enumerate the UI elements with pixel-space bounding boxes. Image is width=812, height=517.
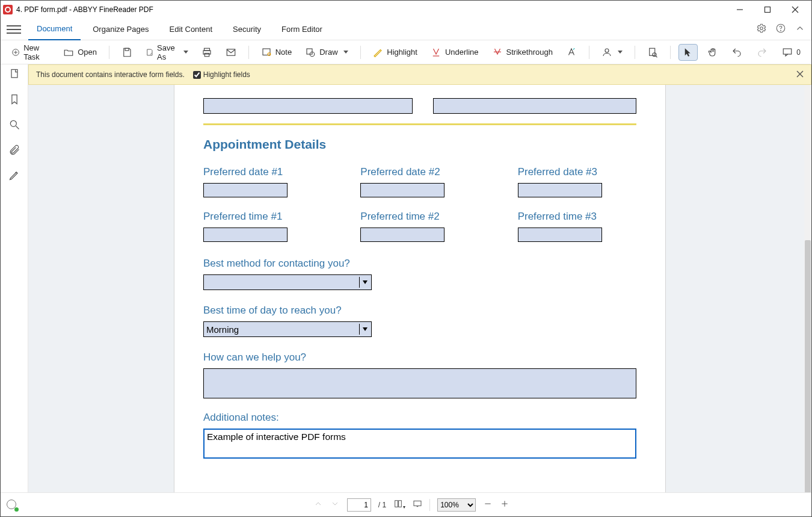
notes-label: Additional notes: xyxy=(203,412,636,424)
svg-rect-1 xyxy=(765,7,770,13)
window-title: 4. PDF form.pdf - ABBYY FineReader PDF xyxy=(16,5,153,14)
fit-page-button[interactable] xyxy=(413,499,422,510)
close-button[interactable] xyxy=(781,1,809,19)
scrollbar-thumb[interactable] xyxy=(805,240,811,492)
minimize-button[interactable] xyxy=(726,1,754,19)
svg-rect-26 xyxy=(784,49,792,54)
zoom-out-button[interactable] xyxy=(483,499,493,510)
chevron-down-icon xyxy=(183,51,188,54)
svg-rect-33 xyxy=(399,501,402,507)
pref-date-2-label: Preferred date #2 xyxy=(360,166,479,178)
app-window: 4. PDF form.pdf - ABBYY FineReader PDF D… xyxy=(0,0,812,517)
body: This document contains interactive form … xyxy=(1,64,811,492)
tab-organize-pages[interactable]: Organize Pages xyxy=(84,19,157,40)
form-fields-notification: This document contains interactive form … xyxy=(28,64,811,85)
section-appointment-title: Appointment Details xyxy=(203,137,636,152)
highlight-button[interactable]: Highlight xyxy=(369,45,421,60)
help-textarea[interactable] xyxy=(203,368,636,398)
underline-button[interactable]: Underline xyxy=(427,45,482,60)
svg-point-24 xyxy=(653,52,656,56)
select-tool-button[interactable] xyxy=(678,44,698,61)
best-time-label: Best time of day to reach you? xyxy=(203,305,636,317)
chevron-down-icon xyxy=(359,277,370,288)
new-task-button[interactable]: New Task xyxy=(8,41,54,64)
pref-time-3-input[interactable] xyxy=(518,228,602,242)
open-button[interactable]: Open xyxy=(60,45,100,60)
search-panel-icon[interactable] xyxy=(8,119,20,133)
settings-icon[interactable] xyxy=(756,23,767,36)
collapse-ribbon-icon[interactable] xyxy=(795,23,805,36)
chevron-down-icon xyxy=(343,51,348,54)
best-method-select[interactable] xyxy=(203,274,372,290)
text-style-button[interactable] xyxy=(562,45,580,60)
pref-time-3-label: Preferred time #3 xyxy=(518,211,636,223)
svg-rect-17 xyxy=(307,49,312,54)
email-input[interactable] xyxy=(433,98,636,114)
svg-rect-13 xyxy=(205,53,209,56)
note-button[interactable]: Note xyxy=(257,45,295,60)
titlebar: 4. PDF form.pdf - ABBYY FineReader PDF xyxy=(1,1,811,19)
chevron-down-icon xyxy=(618,51,623,54)
highlight-fields-checkbox[interactable]: Highlight fields xyxy=(193,70,250,79)
hand-tool-button[interactable] xyxy=(704,45,722,60)
signature-button[interactable] xyxy=(598,45,626,60)
print-button[interactable] xyxy=(198,45,216,60)
pref-date-3-label: Preferred date #3 xyxy=(518,166,636,178)
section-divider xyxy=(203,123,636,125)
help-icon[interactable] xyxy=(775,23,786,36)
svg-rect-14 xyxy=(227,49,235,55)
page-total: / 1 xyxy=(378,501,386,509)
pref-time-2-label: Preferred time #2 xyxy=(360,211,479,223)
fit-width-button[interactable]: ▾ xyxy=(393,499,405,510)
zoom-in-button[interactable] xyxy=(500,499,509,510)
maximize-button[interactable] xyxy=(754,1,781,19)
attachments-panel-icon[interactable] xyxy=(8,144,20,158)
redo-button[interactable] xyxy=(753,45,771,60)
notes-textarea[interactable]: Example of interactive PDF forms xyxy=(203,429,636,459)
bookmarks-panel-icon[interactable] xyxy=(8,93,20,108)
svg-rect-32 xyxy=(395,501,398,507)
best-time-select[interactable]: Morning xyxy=(203,321,372,337)
phone-input[interactable] xyxy=(203,98,413,114)
pref-time-1-input[interactable] xyxy=(203,228,288,242)
help-label: How can we help you? xyxy=(203,351,636,364)
draw-button[interactable]: Draw xyxy=(301,45,351,60)
next-page-button[interactable] xyxy=(330,499,340,510)
tab-document[interactable]: Document xyxy=(28,19,81,40)
save-button[interactable] xyxy=(118,45,136,60)
search-doc-button[interactable] xyxy=(644,45,662,60)
notification-text: This document contains interactive form … xyxy=(36,70,185,79)
page-number-input[interactable] xyxy=(347,498,371,512)
svg-rect-27 xyxy=(11,70,17,78)
zoom-select[interactable]: 100% xyxy=(437,498,476,512)
prev-page-button[interactable] xyxy=(313,499,323,510)
comments-button[interactable]: 0 xyxy=(778,45,804,60)
pref-time-2-input[interactable] xyxy=(360,228,444,242)
undo-button[interactable] xyxy=(728,45,746,60)
save-as-button[interactable]: Save As xyxy=(142,41,192,64)
signatures-panel-icon[interactable] xyxy=(8,169,20,184)
close-notification-icon[interactable] xyxy=(796,70,804,79)
document-viewer[interactable]: Phone number Email address Appointment D… xyxy=(28,85,811,492)
left-rail xyxy=(1,64,28,492)
menu-icon[interactable] xyxy=(7,22,21,37)
toolbar: New Task Open Save As Note Draw Highligh… xyxy=(1,40,811,64)
pdf-page: Phone number Email address Appointment D… xyxy=(174,85,665,492)
app-icon xyxy=(3,5,13,14)
email-button[interactable] xyxy=(222,45,240,60)
tab-security[interactable]: Security xyxy=(224,19,269,40)
svg-point-22 xyxy=(605,49,609,52)
svg-rect-15 xyxy=(263,49,270,55)
status-icon[interactable] xyxy=(7,500,17,510)
tab-form-editor[interactable]: Form Editor xyxy=(273,19,331,40)
strikethrough-button[interactable]: Strikethrough xyxy=(488,45,556,60)
pref-date-1-input[interactable] xyxy=(203,183,288,197)
svg-point-6 xyxy=(781,30,781,31)
pages-panel-icon[interactable] xyxy=(8,68,20,82)
tab-edit-content[interactable]: Edit Content xyxy=(161,19,221,40)
vertical-scrollbar[interactable] xyxy=(804,85,811,492)
statusbar: / 1 ▾ 100% xyxy=(1,492,811,516)
pref-date-3-input[interactable] xyxy=(518,183,602,197)
pref-date-2-input[interactable] xyxy=(360,183,444,197)
pref-time-1-label: Preferred time #1 xyxy=(203,211,322,223)
